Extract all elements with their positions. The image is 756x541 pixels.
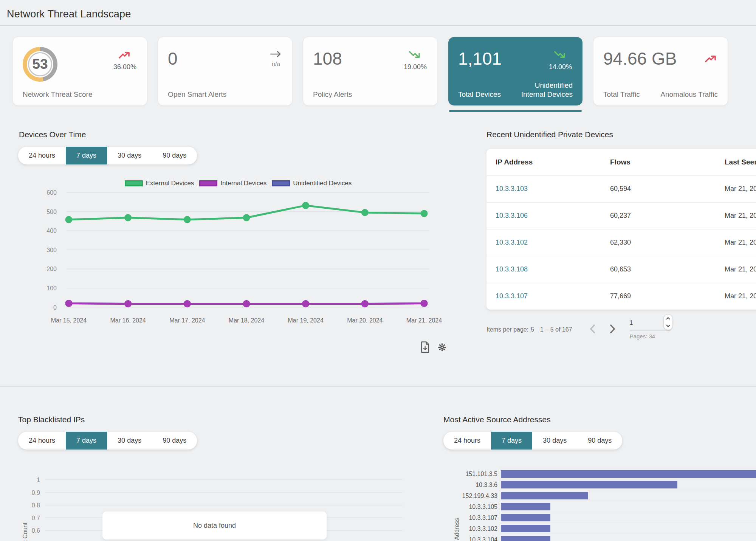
bar-row: 10.3.3.105 xyxy=(427,501,756,512)
card-label: Open Smart Alerts xyxy=(168,90,226,99)
last-seen-cell: Mar 21, 20 xyxy=(725,283,756,310)
tab-90-days[interactable]: 90 days xyxy=(152,147,197,164)
bar-category-label: 10.3.3.6 xyxy=(427,482,501,488)
svg-text:Mar 16, 2024: Mar 16, 2024 xyxy=(110,317,146,324)
packet-count-axis-label: Packet Count xyxy=(22,522,29,541)
svg-text:600: 600 xyxy=(46,189,57,196)
data-point[interactable] xyxy=(124,214,132,221)
tab-24-hours[interactable]: 24 hours xyxy=(18,432,66,450)
legend-item[interactable]: Internal Devices xyxy=(199,180,266,187)
items-per-page-value[interactable]: 5 xyxy=(531,326,534,333)
ip-link[interactable]: 10.3.3.108 xyxy=(496,265,528,273)
trending-up-icon xyxy=(705,57,717,64)
tab-30-days[interactable]: 30 days xyxy=(107,147,152,164)
bar[interactable] xyxy=(501,514,550,521)
tab-7-days[interactable]: 7 days xyxy=(66,432,107,450)
svg-text:Mar 15, 2024: Mar 15, 2024 xyxy=(51,317,87,324)
ip-link[interactable]: 10.3.3.106 xyxy=(496,212,528,219)
data-point[interactable] xyxy=(243,214,250,221)
ip-address-axis-label: IP Address xyxy=(454,518,460,541)
svg-text:0.8: 0.8 xyxy=(32,502,40,508)
tab-30-days[interactable]: 30 days xyxy=(532,432,577,450)
bar[interactable] xyxy=(501,503,550,510)
gear-icon[interactable] xyxy=(437,343,447,353)
ip-link[interactable]: 10.3.3.102 xyxy=(496,239,528,246)
spinner-up-icon xyxy=(666,317,670,320)
bar-category-label: 10.3.3.105 xyxy=(427,504,501,510)
data-point[interactable] xyxy=(421,210,428,217)
data-point[interactable] xyxy=(184,300,191,307)
page-header: Network Threat Landscape xyxy=(0,0,756,26)
svg-text:0.7: 0.7 xyxy=(32,515,40,521)
svg-text:1: 1 xyxy=(37,477,40,483)
total-devices-trend: 14.00% xyxy=(549,51,572,71)
devices-over-time-section: Devices Over Time 24 hours7 days30 days9… xyxy=(0,130,465,355)
next-page-icon[interactable] xyxy=(608,323,617,336)
file-export-icon[interactable] xyxy=(419,341,431,355)
most-active-section: Most Active Source Addresses 24 hours7 d… xyxy=(427,387,756,541)
data-point[interactable] xyxy=(65,216,73,223)
most-active-bar-chart: 151.101.3.510.3.3.6152.199.4.3310.3.3.10… xyxy=(427,468,756,541)
bar[interactable] xyxy=(501,525,550,532)
bar[interactable] xyxy=(501,492,588,499)
data-point[interactable] xyxy=(65,300,73,307)
data-point[interactable] xyxy=(361,300,369,307)
bar-track xyxy=(501,501,756,512)
card-total-traffic[interactable]: 94.66 GB Total Traffic Anomalous Traffic xyxy=(593,37,728,105)
trending-down-icon xyxy=(554,54,566,60)
card-total-devices-selected[interactable]: 1,101 14.00% Total Devices Unidentified … xyxy=(448,37,582,105)
top-blacklisted-section: Top Blacklisted IPs 24 hours7 days30 day… xyxy=(0,387,427,541)
previous-page-icon[interactable] xyxy=(588,323,597,336)
table-row: 10.3.3.10660,237Mar 21, 20 xyxy=(486,202,756,229)
column-header-last-seen: Last Seen xyxy=(725,149,756,175)
page-spinner[interactable] xyxy=(663,314,673,330)
legend-item[interactable]: External Devices xyxy=(125,180,194,187)
svg-text:200: 200 xyxy=(46,266,57,272)
threat-score-gauge: 53 xyxy=(23,47,57,82)
ip-link[interactable]: 10.3.3.107 xyxy=(496,292,528,300)
svg-text:Mar 21, 2024: Mar 21, 2024 xyxy=(406,317,442,324)
items-per-page-label: Items per page: xyxy=(486,326,528,333)
recent-devices-table: IP AddressFlowsLast Seen 10.3.3.10360,59… xyxy=(486,149,756,310)
card-policy-alerts[interactable]: 108 19.00% Policy Alerts xyxy=(303,37,437,105)
data-point[interactable] xyxy=(124,300,132,307)
last-seen-cell: Mar 21, 20 xyxy=(725,229,756,256)
data-point[interactable] xyxy=(302,300,309,307)
last-seen-cell: Mar 21, 20 xyxy=(725,175,756,202)
table-row: 10.3.3.10360,594Mar 21, 20 xyxy=(486,175,756,202)
bar[interactable] xyxy=(501,536,550,541)
tab-90-days[interactable]: 90 days xyxy=(577,432,622,450)
flows-cell: 60,237 xyxy=(610,202,725,229)
tab-7-days[interactable]: 7 days xyxy=(66,147,107,164)
card-sublabel: Anomalous Traffic xyxy=(660,90,718,99)
tab-30-days[interactable]: 30 days xyxy=(107,432,152,450)
legend-item[interactable]: Unidentified Devices xyxy=(272,180,352,187)
svg-text:500: 500 xyxy=(46,209,57,215)
devices-over-time-title: Devices Over Time xyxy=(19,130,465,139)
pages-total-label: Pages: 34 xyxy=(630,333,671,339)
card-value: 94.66 GB xyxy=(603,48,718,69)
tab-24-hours[interactable]: 24 hours xyxy=(18,147,66,164)
tab-7-days[interactable]: 7 days xyxy=(491,432,532,450)
bar[interactable] xyxy=(501,481,677,488)
flows-cell: 62,330 xyxy=(610,229,725,256)
smart-alerts-trend-na: n/a xyxy=(270,61,282,68)
bar[interactable] xyxy=(501,470,756,478)
card-network-threat-score[interactable]: 53 36.00% Network Threat Score xyxy=(13,37,147,105)
data-point[interactable] xyxy=(302,202,309,209)
total-traffic-trend xyxy=(705,54,717,64)
data-point[interactable] xyxy=(421,300,428,307)
top-blacklisted-title: Top Blacklisted IPs xyxy=(18,415,427,424)
recent-devices-title: Recent Unidentified Private Devices xyxy=(486,130,756,139)
ip-link[interactable]: 10.3.3.103 xyxy=(496,185,528,192)
trending-down-icon xyxy=(409,54,421,60)
bar-track xyxy=(501,523,756,534)
tab-90-days[interactable]: 90 days xyxy=(152,432,197,450)
threat-score-value: 53 xyxy=(28,52,52,76)
svg-text:Mar 17, 2024: Mar 17, 2024 xyxy=(169,317,205,324)
tab-24-hours[interactable]: 24 hours xyxy=(443,432,491,450)
data-point[interactable] xyxy=(184,216,191,223)
data-point[interactable] xyxy=(361,209,369,216)
card-open-smart-alerts[interactable]: 0 n/a Open Smart Alerts xyxy=(158,37,292,105)
data-point[interactable] xyxy=(243,300,250,307)
